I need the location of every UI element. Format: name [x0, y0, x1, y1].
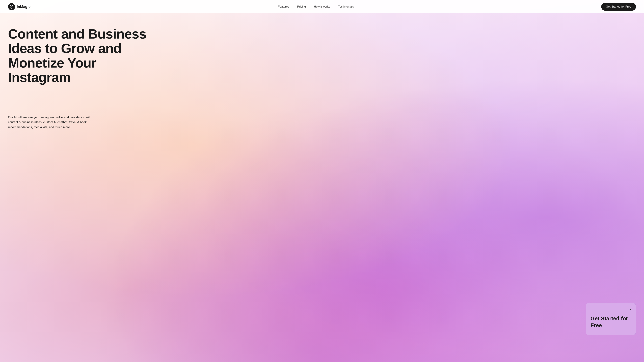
logo-link[interactable]: InMagic	[8, 3, 30, 10]
hero-description: Our AI will analyze your Instagram profi…	[8, 115, 95, 130]
nav-cta-button[interactable]: Get Started for Free	[601, 3, 636, 11]
navbar: InMagic Features Pricing How it works Te…	[0, 0, 644, 13]
cta-card-label: Get Started for Free	[590, 315, 631, 329]
hero-content: Content and Business Ideas to Grow and M…	[0, 13, 644, 140]
svg-point-2	[10, 6, 11, 6]
nav-item-testimonials[interactable]: Testimonials	[338, 5, 354, 8]
hero-section: Content and Business Ideas to Grow and M…	[0, 0, 644, 362]
nav-item-how-it-works[interactable]: How it works	[314, 5, 330, 8]
nav-links: Features Pricing How it works Testimonia…	[278, 5, 354, 8]
logo-icon	[8, 3, 15, 10]
nav-item-pricing[interactable]: Pricing	[297, 5, 306, 8]
nav-item-features[interactable]: Features	[278, 5, 289, 8]
cta-card-arrow-icon: ↗	[590, 308, 631, 312]
brand-name: InMagic	[17, 4, 30, 9]
hero-headline: Content and Business Ideas to Grow and M…	[8, 27, 159, 85]
cta-card[interactable]: ↗ Get Started for Free	[586, 303, 636, 335]
